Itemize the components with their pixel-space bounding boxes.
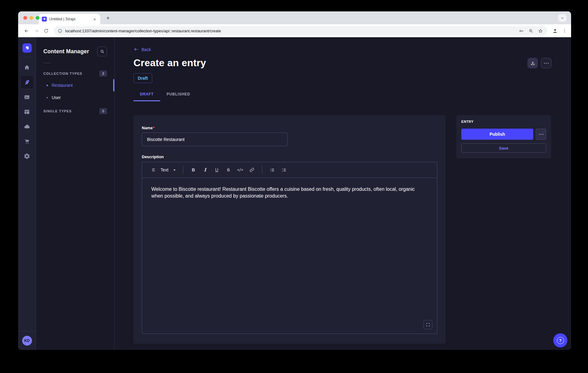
tab-published[interactable]: PUBLISHED: [160, 92, 197, 101]
text-align-icon: [151, 167, 156, 172]
strikethrough-button[interactable]: S: [224, 165, 233, 175]
browser-menu-icon[interactable]: [562, 28, 567, 33]
strapi-logo[interactable]: [22, 43, 32, 53]
bookmark-star-icon[interactable]: [538, 28, 543, 34]
editor-content[interactable]: Welcome to Biscotte restaurant! Restaura…: [142, 178, 437, 334]
code-button[interactable]: </>: [236, 165, 245, 175]
bullet-icon: [46, 85, 48, 86]
underline-button[interactable]: U: [212, 165, 221, 175]
reload-button[interactable]: [42, 26, 50, 35]
tab-title: Untitled | Strapi: [49, 17, 89, 21]
browser-tab[interactable]: Untitled | Strapi ×: [39, 14, 100, 24]
bold-button[interactable]: B: [189, 165, 198, 175]
description-field-label: Description: [142, 154, 437, 159]
main-content: Back Create an entry Draft DRAFT PUBLISH…: [115, 37, 571, 350]
expand-icon: [426, 323, 430, 327]
password-key-icon[interactable]: [519, 28, 524, 34]
sidebar-item-media-library[interactable]: [21, 91, 33, 103]
subnav-item-label: Restaurant: [52, 83, 73, 88]
zoom-icon[interactable]: [528, 28, 534, 34]
text-style-dropdown[interactable]: Text: [150, 167, 177, 172]
feather-pen-icon: [24, 79, 30, 86]
pictures-icon: [24, 94, 30, 100]
numbered-list-button[interactable]: 12: [280, 165, 289, 175]
forward-button[interactable]: [32, 26, 41, 35]
name-field-label: Name*: [142, 126, 154, 130]
user-avatar[interactable]: KD: [22, 336, 32, 346]
sidebar-item-marketplace[interactable]: [21, 135, 33, 147]
site-info-icon[interactable]: [58, 29, 62, 33]
url-text: localhost:1337/admin/content-manager/col…: [65, 29, 516, 33]
search-icon: [100, 49, 105, 54]
entry-form-card: Name* Description Text B: [133, 115, 446, 344]
gear-icon: [24, 153, 30, 159]
bulleted-list-icon: [270, 167, 275, 173]
collection-types-count-badge: 2: [99, 70, 107, 77]
window-minimize-button[interactable]: [30, 16, 33, 20]
svg-text:2: 2: [282, 170, 283, 172]
entry-more-button[interactable]: [536, 129, 546, 140]
entry-panel-title: ENTRY: [461, 120, 546, 123]
page-title: Create an entry: [133, 57, 206, 69]
subnav-item-restaurant[interactable]: Restaurant: [43, 79, 107, 91]
more-icon: [539, 134, 543, 135]
browser-toolbar: localhost:1337/admin/content-manager/col…: [18, 24, 571, 37]
help-button[interactable]: ?: [553, 333, 567, 347]
cart-icon: [24, 138, 30, 145]
link-button[interactable]: [247, 165, 256, 175]
arrow-left-icon: [133, 47, 139, 52]
cloud-icon: [24, 123, 30, 130]
sidebar-divider: [24, 57, 30, 57]
window-maximize-button[interactable]: [36, 16, 39, 20]
sidebar-item-settings[interactable]: [21, 150, 33, 162]
italic-button[interactable]: I: [201, 165, 210, 175]
tab-strip: Untitled | Strapi × +: [18, 11, 571, 24]
window-close-button[interactable]: [23, 16, 27, 20]
required-marker: *: [153, 126, 154, 130]
numbered-list-icon: 12: [281, 167, 287, 173]
tab-close-icon[interactable]: ×: [92, 16, 97, 22]
back-link[interactable]: Back: [133, 47, 151, 52]
expand-editor-button[interactable]: [423, 320, 432, 329]
main-navigation-sidebar: KD: [18, 37, 36, 350]
back-button[interactable]: [22, 26, 31, 35]
download-icon: [530, 61, 535, 66]
toolbar-separator: [262, 166, 262, 174]
publish-button[interactable]: Publish: [461, 129, 533, 140]
description-text[interactable]: Welcome to Biscotte restaurant! Restaura…: [151, 186, 428, 199]
single-types-count-badge: 0: [99, 108, 107, 114]
link-icon: [249, 167, 254, 172]
more-icon: [544, 63, 549, 64]
rich-text-editor: Text B I U S </>: [142, 162, 437, 334]
question-mark-icon: ?: [557, 337, 564, 344]
bulleted-list-button[interactable]: [268, 165, 277, 175]
sidebar-divider: [18, 331, 36, 331]
name-input[interactable]: [142, 133, 288, 146]
browser-window: Untitled | Strapi × + localhost:1337/adm…: [18, 11, 571, 350]
sidebar-item-home[interactable]: [21, 61, 33, 74]
tab-draft[interactable]: DRAFT: [133, 92, 160, 101]
entry-panel: ENTRY Publish Save: [456, 115, 551, 158]
collection-types-label: COLLECTION TYPES: [43, 72, 82, 75]
chevron-down-icon: [173, 168, 176, 172]
subnav-divider: [43, 63, 51, 63]
single-types-label: SINGLE TYPES: [43, 109, 72, 113]
toolbar-separator: [183, 166, 183, 174]
svg-text:1: 1: [282, 168, 283, 170]
sidebar-item-deploy[interactable]: [21, 120, 33, 133]
traffic-lights: [23, 16, 39, 20]
new-tab-button[interactable]: +: [104, 14, 112, 22]
search-button[interactable]: [97, 46, 107, 56]
status-badge: Draft: [133, 73, 152, 83]
profile-avatar-icon[interactable]: [552, 27, 558, 34]
version-tabs: DRAFT PUBLISHED: [133, 92, 551, 101]
more-actions-button[interactable]: [541, 58, 551, 68]
url-bar[interactable]: localhost:1337/admin/content-manager/col…: [54, 26, 547, 35]
tab-search-chevron-icon[interactable]: [558, 14, 566, 22]
sidebar-item-content-type-builder[interactable]: [21, 106, 33, 118]
strapi-favicon-icon: [42, 17, 47, 22]
sidebar-item-content-manager[interactable]: [21, 76, 33, 88]
save-button[interactable]: Save: [461, 143, 546, 153]
subnav-item-user[interactable]: User: [43, 91, 107, 104]
export-button[interactable]: [527, 58, 538, 68]
